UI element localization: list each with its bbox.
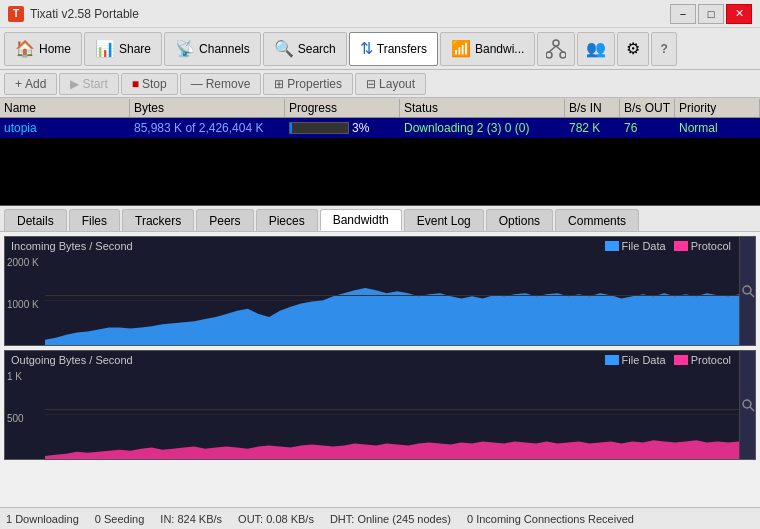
search-icon: 🔍 (274, 39, 294, 58)
out-protocol-color (674, 355, 688, 365)
svg-point-6 (743, 286, 751, 294)
row-name: utopia (0, 119, 130, 137)
bandwidth-button[interactable]: 📶 Bandwi... (440, 32, 535, 66)
outgoing-grid-line (45, 409, 739, 410)
start-button[interactable]: ▶ Start (59, 73, 118, 95)
help-button[interactable]: ? (651, 32, 676, 66)
channels-icon: 📡 (175, 39, 195, 58)
incoming-chart-svg (45, 257, 739, 345)
outgoing-chart-header: Outgoing Bytes / Second File Data Protoc… (11, 354, 739, 366)
outgoing-chart-scroll[interactable] (739, 351, 755, 459)
gear-icon: ⚙ (626, 39, 640, 58)
col-name: Name (0, 99, 130, 117)
minimize-button[interactable]: − (670, 4, 696, 24)
tab-peers[interactable]: Peers (196, 209, 253, 231)
tab-trackers[interactable]: Trackers (122, 209, 194, 231)
window-title: Tixati v2.58 Portable (30, 7, 139, 21)
col-bsout: B/s OUT (620, 99, 675, 117)
channels-button[interactable]: 📡 Channels (164, 32, 261, 66)
row-status: Downloading 2 (3) 0 (0) (400, 119, 565, 137)
status-in: IN: 824 KB/s (160, 513, 222, 525)
row-bsin: 782 K (565, 119, 620, 137)
network-icon (546, 39, 566, 59)
row-bsout: 76 (620, 119, 675, 137)
share-button[interactable]: 📊 Share (84, 32, 162, 66)
svg-line-4 (556, 46, 563, 52)
progress-bar-fill (290, 123, 292, 133)
outgoing-y-top: 1 K (7, 371, 24, 382)
add-button[interactable]: + Add (4, 73, 57, 95)
outgoing-chart-legend: File Data Protocol (605, 354, 731, 366)
incoming-legend-protocol: Protocol (674, 240, 731, 252)
users-icon: 👥 (586, 39, 606, 58)
network-button[interactable] (537, 32, 575, 66)
status-downloading: 1 Downloading (6, 513, 79, 525)
col-status: Status (400, 99, 565, 117)
close-button[interactable]: ✕ (726, 4, 752, 24)
status-out: OUT: 0.08 KB/s (238, 513, 314, 525)
properties-icon: ⊞ (274, 77, 284, 91)
transfers-label: Transfers (377, 42, 427, 56)
stop-button[interactable]: ■ Stop (121, 73, 178, 95)
home-icon: 🏠 (15, 39, 35, 58)
outgoing-legend-filedata: File Data (605, 354, 666, 366)
start-icon: ▶ (70, 77, 79, 91)
empty-space (0, 138, 760, 206)
tab-files[interactable]: Files (69, 209, 120, 231)
status-connections: 0 Incoming Connections Received (467, 513, 634, 525)
properties-button[interactable]: ⊞ Properties (263, 73, 353, 95)
row-bytes: 85,983 K of 2,426,404 K (130, 119, 285, 137)
col-priority: Priority (675, 99, 760, 117)
status-dht: DHT: Online (245 nodes) (330, 513, 451, 525)
incoming-y-mid: 1000 K (7, 299, 39, 310)
progress-value: 3% (352, 121, 369, 135)
magnify-out-icon (741, 398, 755, 412)
stop-icon: ■ (132, 77, 139, 91)
remove-label: Remove (206, 77, 251, 91)
layout-icon: ⊟ (366, 77, 376, 91)
search-button[interactable]: 🔍 Search (263, 32, 347, 66)
col-bsin: B/s IN (565, 99, 620, 117)
incoming-chart-scroll[interactable] (739, 237, 755, 345)
incoming-chart-title: Incoming Bytes / Second (11, 240, 133, 252)
table-row[interactable]: utopia 85,983 K of 2,426,404 K 3% Downlo… (0, 118, 760, 138)
outgoing-y-labels: 1 K 500 (7, 371, 24, 454)
incoming-chart-header: Incoming Bytes / Second File Data Protoc… (11, 240, 739, 252)
incoming-grid-line (45, 295, 739, 296)
tab-pieces[interactable]: Pieces (256, 209, 318, 231)
share-label: Share (119, 42, 151, 56)
channels-label: Channels (199, 42, 250, 56)
remove-button[interactable]: — Remove (180, 73, 262, 95)
tab-eventlog[interactable]: Event Log (404, 209, 484, 231)
outgoing-legend-protocol: Protocol (674, 354, 731, 366)
tab-bar: Details Files Trackers Peers Pieces Band… (0, 206, 760, 232)
svg-line-10 (750, 407, 754, 411)
incoming-y-top: 2000 K (7, 257, 39, 268)
maximize-button[interactable]: □ (698, 4, 724, 24)
tab-comments[interactable]: Comments (555, 209, 639, 231)
window-controls: − □ ✕ (670, 4, 752, 24)
tab-bandwidth[interactable]: Bandwidth (320, 209, 402, 231)
incoming-chart-main: Incoming Bytes / Second File Data Protoc… (5, 237, 739, 345)
home-label: Home (39, 42, 71, 56)
remove-icon: — (191, 77, 203, 91)
settings-button[interactable]: ⚙ (617, 32, 649, 66)
outgoing-chart-title: Outgoing Bytes / Second (11, 354, 133, 366)
col-progress: Progress (285, 99, 400, 117)
status-seeding: 0 Seeding (95, 513, 145, 525)
outgoing-chart-main: Outgoing Bytes / Second File Data Protoc… (5, 351, 739, 459)
home-button[interactable]: 🏠 Home (4, 32, 82, 66)
layout-button[interactable]: ⊟ Layout (355, 73, 426, 95)
bandwidth-label: Bandwi... (475, 42, 524, 56)
tab-options[interactable]: Options (486, 209, 553, 231)
main-content: 🏠 Home 📊 Share 📡 Channels 🔍 Search ⇅ Tra… (0, 28, 760, 529)
help-icon: ? (660, 42, 667, 56)
secondary-toolbar: + Add ▶ Start ■ Stop — Remove ⊞ Properti… (0, 70, 760, 98)
incoming-chart-legend: File Data Protocol (605, 240, 731, 252)
row-priority: Normal (675, 119, 760, 137)
tab-details[interactable]: Details (4, 209, 67, 231)
properties-label: Properties (287, 77, 342, 91)
transfers-button[interactable]: ⇅ Transfers (349, 32, 438, 66)
users-button[interactable]: 👥 (577, 32, 615, 66)
main-toolbar: 🏠 Home 📊 Share 📡 Channels 🔍 Search ⇅ Tra… (0, 28, 760, 70)
